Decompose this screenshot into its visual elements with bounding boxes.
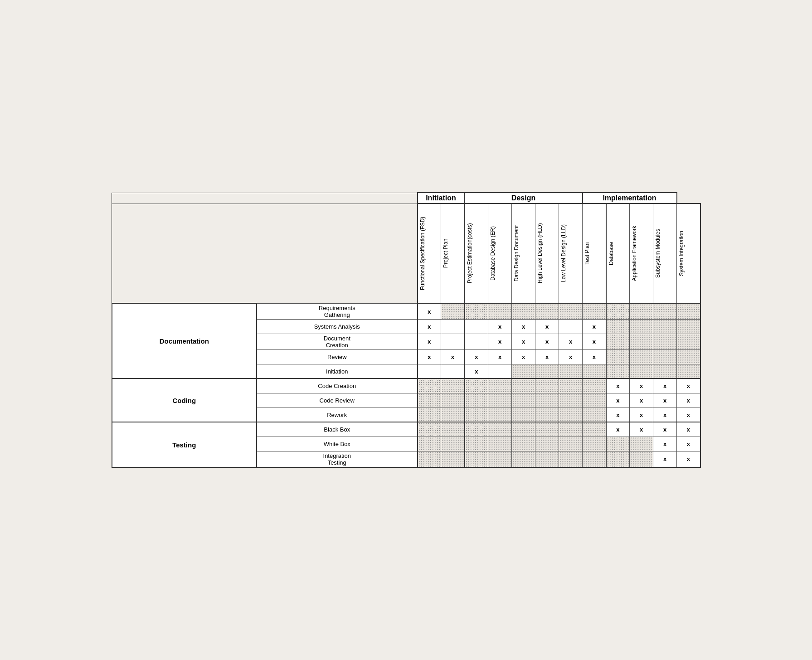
cell-code-creation-app_framework: x — [630, 379, 653, 393]
cell-integration-testing-subsystem_modules: x — [653, 451, 677, 467]
cell-white-box-system_integration: x — [677, 437, 700, 451]
cell-requirements-gathering-subsystem_modules — [653, 303, 677, 319]
category-coding: Coding — [112, 379, 257, 422]
cell-rework-hld — [535, 408, 559, 422]
cell-document-creation-fsd: x — [418, 334, 441, 349]
cell-rework-system_integration: x — [677, 408, 700, 422]
cell-initiation-data_design — [512, 364, 535, 379]
cell-initiation-system_integration — [677, 364, 700, 379]
cell-white-box-lld — [559, 437, 583, 451]
cell-initiation-test_plan — [583, 364, 606, 379]
cell-code-review-database: x — [606, 393, 630, 408]
row-label-white-box: White Box — [257, 437, 418, 451]
cell-initiation-hld — [535, 364, 559, 379]
cell-integration-testing-project_plan — [441, 451, 465, 467]
cell-integration-testing-fsd — [418, 451, 441, 467]
col-subsystem: Subsystem Modules — [653, 204, 677, 303]
cell-code-review-subsystem_modules: x — [653, 393, 677, 408]
x-mark: x — [569, 338, 572, 345]
cell-white-box-test_plan — [583, 437, 606, 451]
x-mark: x — [640, 397, 643, 404]
cell-systems-analysis-project_plan — [441, 319, 465, 334]
implementation-phase-header: Implementation — [583, 193, 677, 204]
cell-rework-test_plan — [583, 408, 606, 422]
cell-code-review-test_plan — [583, 393, 606, 408]
cell-requirements-gathering-lld — [559, 303, 583, 319]
cell-code-review-app_framework: x — [630, 393, 653, 408]
x-mark: x — [687, 456, 690, 462]
cell-black-box-data_design — [512, 422, 535, 437]
cell-systems-analysis-app_framework — [630, 319, 653, 334]
cell-initiation-app_framework — [630, 364, 653, 379]
cell-requirements-gathering-hld — [535, 303, 559, 319]
col-fsd: Functional Specification (FSD) — [418, 204, 441, 303]
cell-systems-analysis-db_design: x — [488, 319, 512, 334]
cell-rework-database: x — [606, 408, 630, 422]
cell-systems-analysis-data_design: x — [512, 319, 535, 334]
cell-rework-subsystem_modules: x — [653, 408, 677, 422]
design-phase-header: Design — [465, 193, 583, 204]
x-mark: x — [428, 338, 431, 345]
cell-white-box-project_estimation — [465, 437, 488, 451]
cell-code-review-project_plan — [441, 393, 465, 408]
x-mark: x — [640, 383, 643, 389]
cell-code-review-system_integration: x — [677, 393, 700, 408]
x-mark: x — [428, 323, 431, 330]
cell-white-box-database — [606, 437, 630, 451]
x-mark: x — [616, 426, 619, 433]
col-data-design: Data Design Document — [512, 204, 535, 303]
cell-black-box-system_integration: x — [677, 422, 700, 437]
cell-document-creation-subsystem_modules — [653, 334, 677, 349]
cell-requirements-gathering-app_framework — [630, 303, 653, 319]
cell-systems-analysis-system_integration — [677, 319, 700, 334]
cell-integration-testing-database — [606, 451, 630, 467]
cell-requirements-gathering-system_integration — [677, 303, 700, 319]
cell-initiation-lld — [559, 364, 583, 379]
x-mark: x — [451, 354, 454, 360]
col-project-plan: Project Plan — [441, 204, 465, 303]
corner-empty — [112, 193, 418, 204]
x-mark: x — [498, 323, 501, 330]
x-mark: x — [663, 397, 666, 404]
cell-code-review-lld — [559, 393, 583, 408]
cell-integration-testing-test_plan — [583, 451, 606, 467]
row-label-review: Review — [257, 349, 418, 364]
x-mark: x — [593, 354, 596, 360]
col-project-estimation: Project Estimation(costs) — [465, 204, 488, 303]
cell-white-box-fsd — [418, 437, 441, 451]
cell-code-review-data_design — [512, 393, 535, 408]
x-mark: x — [640, 426, 643, 433]
cell-rework-project_plan — [441, 408, 465, 422]
cell-review-hld: x — [535, 349, 559, 364]
x-mark: x — [616, 397, 619, 404]
cell-review-test_plan: x — [583, 349, 606, 364]
x-mark: x — [687, 412, 690, 418]
cell-code-review-fsd — [418, 393, 441, 408]
cell-review-system_integration — [677, 349, 700, 364]
cell-code-creation-lld — [559, 379, 583, 393]
cell-rework-db_design — [488, 408, 512, 422]
cell-initiation-db_design — [488, 364, 512, 379]
cell-systems-analysis-database — [606, 319, 630, 334]
cell-white-box-data_design — [512, 437, 535, 451]
x-mark: x — [569, 354, 572, 360]
page-container: Initiation Design Implementation Functio… — [112, 192, 701, 468]
cell-review-app_framework — [630, 349, 653, 364]
cell-code-creation-database: x — [606, 379, 630, 393]
cell-black-box-project_estimation — [465, 422, 488, 437]
x-mark: x — [616, 383, 619, 389]
cell-code-creation-fsd — [418, 379, 441, 393]
col-hld: High Level Design (HLD) — [535, 204, 559, 303]
x-mark: x — [640, 412, 643, 418]
cell-rework-project_estimation — [465, 408, 488, 422]
row-label-document-creation: Document Creation — [257, 334, 418, 349]
cell-code-review-project_estimation — [465, 393, 488, 408]
x-mark: x — [522, 338, 525, 345]
col-system-integration: System Integration — [677, 204, 700, 303]
cell-review-db_design: x — [488, 349, 512, 364]
x-mark: x — [663, 426, 666, 433]
cell-rework-fsd — [418, 408, 441, 422]
cell-rework-lld — [559, 408, 583, 422]
cell-white-box-subsystem_modules: x — [653, 437, 677, 451]
x-mark: x — [545, 323, 549, 330]
